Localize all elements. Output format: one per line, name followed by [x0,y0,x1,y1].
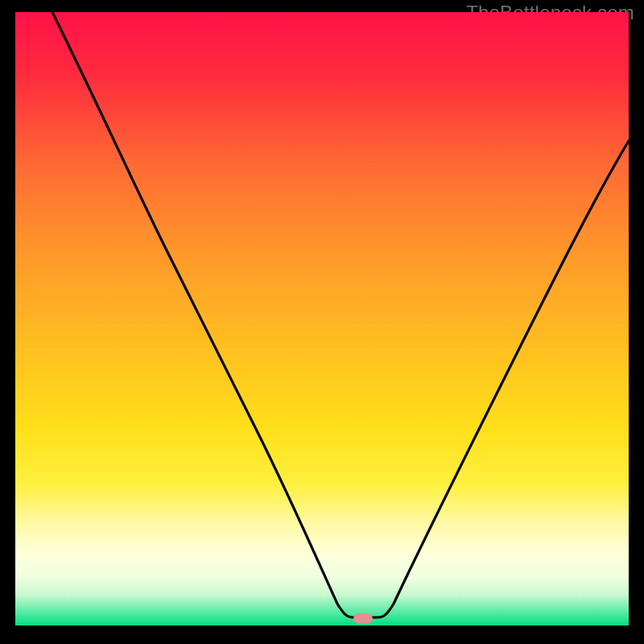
chart-stage: TheBottleneck.com [0,0,644,644]
gradient-background [15,12,629,625]
curve-min-marker [353,613,373,624]
plot-area [15,12,629,625]
plot-svg [15,12,629,625]
